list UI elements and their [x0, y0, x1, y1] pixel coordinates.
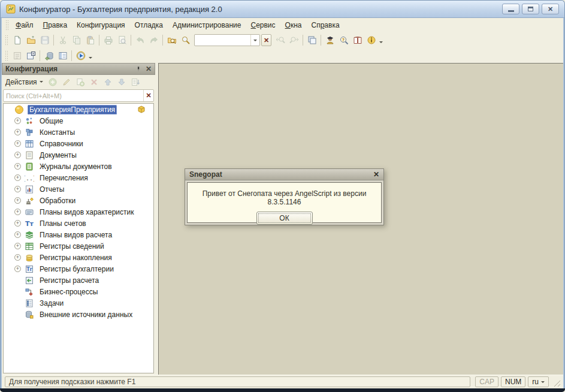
tree-item[interactable]: +Регистры расчета: [4, 275, 153, 286]
save-button[interactable]: [38, 34, 52, 47]
menu-administration[interactable]: Администрирование: [168, 20, 246, 31]
ok-button[interactable]: ОК: [256, 212, 313, 225]
tree-item[interactable]: +Внешние источники данных: [4, 309, 153, 320]
redo-button[interactable]: [147, 34, 161, 47]
restore-button[interactable]: [522, 4, 539, 14]
expand-icon[interactable]: +: [14, 186, 21, 192]
menu-help[interactable]: Справка: [306, 20, 344, 31]
search-dropdown-button[interactable]: [250, 35, 259, 46]
search-combobox-field: [194, 34, 260, 46]
panel-search: ✕: [3, 89, 154, 102]
expand-icon[interactable]: +: [14, 174, 21, 181]
cut-button[interactable]: [56, 34, 70, 47]
toolbar-grip[interactable]: [4, 34, 8, 46]
language-selector[interactable]: ru: [528, 376, 549, 387]
tree-item[interactable]: +Регистры бухгалтерии: [4, 263, 153, 275]
open-configuration-button[interactable]: [10, 49, 24, 62]
update-database-configuration-button[interactable]: [42, 49, 56, 62]
tree-item[interactable]: +Планы видов характеристик: [4, 206, 153, 218]
dialog-close-icon[interactable]: ✕: [373, 171, 379, 178]
menu-edit[interactable]: Правка: [38, 20, 72, 31]
delete-button[interactable]: [88, 76, 100, 88]
tree-item[interactable]: +Регистры накопления: [4, 252, 153, 263]
paste-button[interactable]: [83, 34, 97, 47]
tree-item[interactable]: +Перечисления: [4, 172, 153, 183]
toolbar-overflow-icon[interactable]: [379, 41, 383, 45]
toolbar-grip[interactable]: [4, 50, 8, 62]
tree-item[interactable]: +Документы: [4, 149, 153, 161]
print-preview-button[interactable]: [115, 34, 129, 47]
tree-item[interactable]: +Справочники: [4, 138, 153, 149]
tree-item[interactable]: +Планы видов расчета: [4, 229, 153, 240]
pin-icon[interactable]: [135, 65, 142, 73]
tree-item[interactable]: +Константы: [4, 126, 153, 138]
configuration-properties-button[interactable]: [56, 49, 70, 62]
minimize-button[interactable]: [502, 4, 519, 14]
copy-window-button[interactable]: [305, 34, 319, 47]
find-previous-button[interactable]: [273, 34, 287, 47]
print-icon: [104, 35, 113, 45]
menu-windows[interactable]: Окна: [280, 20, 307, 31]
close-button[interactable]: ✕: [542, 4, 559, 14]
title-bar[interactable]: Конфигуратор - Бухгалтерия предприятия, …: [0, 0, 565, 18]
open-button[interactable]: [24, 34, 38, 47]
about-button[interactable]: [364, 34, 378, 47]
tree-item[interactable]: +Задачи: [4, 297, 153, 309]
tree-item[interactable]: +Общие: [4, 115, 153, 126]
new-document-button[interactable]: [10, 34, 24, 47]
find-next-button[interactable]: [287, 34, 301, 47]
menu-service[interactable]: Сервис: [246, 20, 280, 31]
expand-icon[interactable]: +: [14, 163, 21, 170]
close-configuration-button[interactable]: [24, 49, 38, 62]
search-combobox-input[interactable]: [195, 37, 250, 44]
panel-close-icon[interactable]: ✕: [146, 65, 152, 73]
expand-icon[interactable]: +: [14, 243, 21, 249]
tree-item[interactable]: +Журналы документов: [4, 161, 153, 172]
tree-item[interactable]: +Бизнес-процессы: [4, 286, 153, 297]
sort-button[interactable]: [129, 76, 141, 88]
tree-item-label: Планы видов расчета: [38, 230, 114, 240]
menu-debug[interactable]: Отладка: [130, 20, 168, 31]
expand-icon[interactable]: +: [14, 266, 21, 272]
undo-button[interactable]: [133, 34, 147, 47]
expand-icon[interactable]: +: [14, 254, 21, 261]
syntax-helper-button[interactable]: [337, 34, 351, 47]
tree-item[interactable]: +Обработки: [4, 195, 153, 206]
menu-file[interactable]: Файл: [11, 20, 38, 31]
toolbar-overflow-icon[interactable]: [89, 57, 92, 61]
tree-item[interactable]: +Регистры сведений: [4, 240, 153, 252]
expand-icon[interactable]: +: [14, 209, 21, 215]
search-input[interactable]: [4, 92, 143, 99]
move-down-button[interactable]: [116, 76, 128, 88]
add-button[interactable]: [47, 76, 59, 88]
tree-item[interactable]: +Отчеты: [4, 183, 153, 195]
start-debugging-button[interactable]: [74, 49, 87, 62]
expand-icon[interactable]: +: [14, 129, 21, 135]
expand-icon[interactable]: +: [14, 117, 21, 124]
global-search-button[interactable]: [165, 34, 179, 47]
tree-item[interactable]: +Планы счетов: [4, 218, 153, 229]
expand-icon[interactable]: +: [14, 140, 21, 147]
search-combobox: ✕: [194, 34, 271, 46]
edit-button[interactable]: [61, 76, 72, 88]
expand-icon[interactable]: +: [14, 197, 21, 204]
expand-icon[interactable]: +: [14, 220, 21, 227]
tree-item[interactable]: БухгалтерияПредприятия: [4, 104, 153, 115]
resize-grip[interactable]: [552, 379, 560, 387]
search-button[interactable]: [179, 34, 192, 47]
actions-menu-button[interactable]: Действия: [4, 78, 45, 86]
syntax-check-button[interactable]: [323, 34, 337, 47]
search-clear-icon[interactable]: ✕: [143, 90, 153, 101]
move-up-button[interactable]: [102, 76, 114, 88]
expand-icon[interactable]: +: [14, 152, 21, 158]
expand-icon[interactable]: +: [14, 231, 21, 238]
copy-button[interactable]: [70, 34, 83, 47]
help-contents-button[interactable]: [351, 34, 364, 47]
search-clear-button[interactable]: ✕: [261, 34, 271, 46]
duplicate-button[interactable]: [74, 76, 86, 88]
configuration-panel: Конфигурация ✕ Действия ✕ БухгалтерияПре…: [2, 63, 155, 375]
dialog-title-bar[interactable]: Snegopat ✕: [185, 169, 383, 180]
menu-grip[interactable]: [5, 19, 8, 31]
menu-configuration[interactable]: Конфигурация: [72, 20, 130, 31]
print-button[interactable]: [101, 34, 115, 47]
